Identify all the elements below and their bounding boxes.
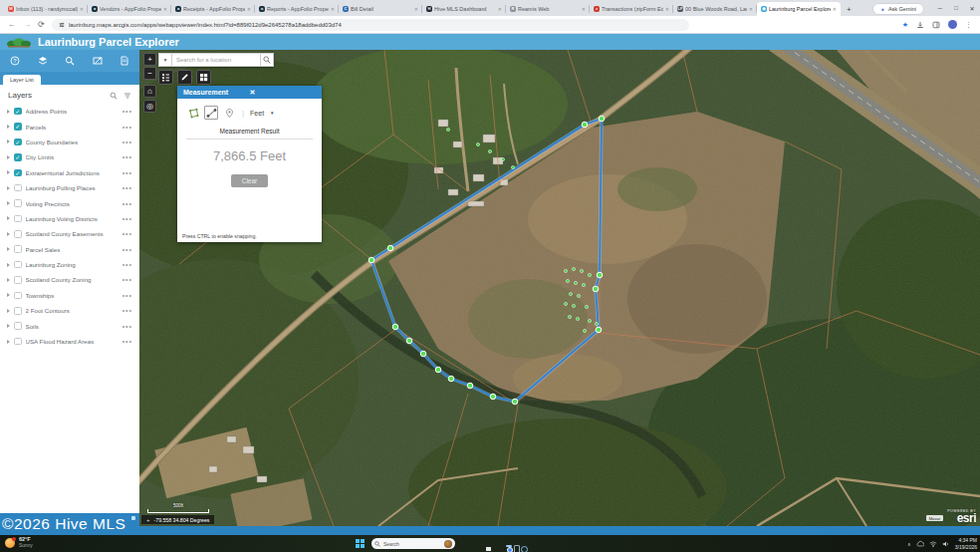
tab-close-icon[interactable]: ✕ [80, 6, 84, 12]
browser-tab[interactable]: C Bill Detail ✕ [339, 2, 422, 16]
browser-tab[interactable]: a Vendors - AppFolio Propert... ✕ [88, 2, 171, 16]
layer-checkbox[interactable]: ✓ [14, 276, 22, 284]
layer-expand-icon[interactable] [7, 170, 10, 174]
layer-expand-icon[interactable] [7, 247, 10, 251]
layer-row[interactable]: ✓ County Boundaries ••• [0, 135, 139, 149]
layer-expand-icon[interactable] [7, 293, 10, 297]
layer-row[interactable]: ✓ Soils ••• [0, 318, 139, 333]
tab-close-icon[interactable]: ✕ [163, 6, 167, 12]
layer-expand-icon[interactable] [7, 216, 10, 220]
locate-button[interactable]: ◎ [143, 100, 156, 113]
layer-search-icon[interactable] [110, 92, 118, 100]
search-icon[interactable] [65, 56, 75, 66]
taskbar-weather[interactable]: 62°F Sunny [5, 536, 33, 549]
layer-expand-icon[interactable] [7, 110, 10, 114]
layer-menu-icon[interactable]: ••• [122, 292, 132, 299]
layer-checkbox[interactable]: ✓ [14, 261, 22, 269]
reload-icon[interactable]: ⟳ [38, 20, 45, 29]
layer-row[interactable]: ✓ Townships ••• [0, 288, 139, 303]
home-button[interactable]: ⌂ [143, 85, 156, 98]
layer-row[interactable]: ✓ Laurinburg Voting Districts ••• [0, 211, 139, 226]
bookmark-star-icon[interactable]: ★ [902, 21, 908, 29]
layer-expand-icon[interactable] [7, 139, 10, 143]
layer-expand-icon[interactable] [7, 186, 10, 190]
layer-menu-icon[interactable]: ••• [122, 307, 132, 314]
layer-checkbox[interactable]: ✓ [14, 322, 22, 330]
back-icon[interactable]: ← [8, 20, 16, 29]
layer-menu-icon[interactable]: ••• [122, 108, 132, 115]
layer-checkbox[interactable]: ✓ [14, 292, 22, 300]
onedrive-cloud-icon[interactable] [916, 540, 924, 548]
start-button[interactable] [356, 539, 365, 548]
layer-checkbox[interactable]: ✓ [14, 138, 22, 146]
map-search-input[interactable] [172, 53, 260, 67]
layer-expand-icon[interactable] [7, 309, 10, 313]
taskbar-clock[interactable]: 4:34 PM 3/19/2026 [955, 537, 977, 550]
layer-row[interactable]: ✓ Voting Precincts ••• [0, 195, 139, 210]
layer-options-icon[interactable] [123, 92, 131, 100]
tray-chevron-icon[interactable]: ∧ [907, 541, 911, 547]
layer-row[interactable]: ✓ Parcel Sales ••• [0, 242, 139, 257]
layer-checkbox[interactable]: ✓ [14, 230, 22, 238]
measure-area-button[interactable] [186, 106, 200, 120]
layer-checkbox[interactable]: ✓ [14, 338, 22, 346]
measurement-close-icon[interactable]: ✕ [250, 89, 317, 97]
tab-close-icon[interactable]: ✕ [498, 6, 502, 12]
tab-close-icon[interactable]: ✕ [331, 6, 335, 12]
layer-row[interactable]: ✓ Parcels ••• [0, 119, 139, 134]
browser-tab[interactable]: H Hive MLS Dashboard ✕ [422, 2, 506, 16]
maximize-button[interactable]: □ [948, 5, 964, 11]
zoom-in-button[interactable]: + [143, 53, 156, 66]
layer-menu-icon[interactable]: ••• [122, 184, 132, 191]
layer-row[interactable]: ✓ Scotland County Zoning ••• [0, 272, 139, 287]
measure-location-button[interactable] [222, 106, 236, 120]
layer-expand-icon[interactable] [7, 201, 10, 205]
search-source-dropdown[interactable]: ▼ [158, 53, 172, 67]
browser-tab[interactable]: a Receipts - AppFolio Propert... ✕ [171, 2, 255, 16]
layer-row[interactable]: ✓ 2 Foot Contours ••• [0, 303, 139, 318]
crosshair-icon[interactable]: + [146, 517, 150, 523]
tab-close-icon[interactable]: ✕ [414, 6, 418, 12]
layer-expand-icon[interactable] [7, 340, 10, 344]
browser-tab[interactable]: R Reamis Web ✕ [506, 2, 590, 16]
download-icon[interactable] [916, 21, 924, 29]
measure-distance-button[interactable] [204, 106, 218, 120]
layer-checkbox[interactable]: ✓ [14, 153, 22, 161]
new-tab-button[interactable]: + [841, 5, 858, 16]
layer-menu-icon[interactable]: ••• [122, 246, 132, 253]
layer-menu-icon[interactable]: ••• [122, 200, 132, 207]
layer-menu-icon[interactable]: ••• [122, 124, 132, 131]
layer-expand-icon[interactable] [7, 155, 10, 159]
url-bar[interactable]: laurinburg.maps.arcgis.com/apps/webappvi… [52, 19, 689, 31]
legend-button[interactable] [158, 70, 173, 85]
tab-close-icon[interactable]: ✕ [665, 6, 669, 12]
report-icon[interactable] [120, 56, 129, 66]
side-panel-icon[interactable] [932, 21, 940, 29]
layer-expand-icon[interactable] [7, 263, 10, 267]
layer-menu-icon[interactable]: ••• [122, 169, 132, 176]
layer-expand-icon[interactable] [7, 125, 10, 129]
volume-icon[interactable] [942, 540, 950, 548]
browser-tab[interactable]: a Reports - AppFolio Propert... ✕ [255, 2, 339, 16]
measurement-titlebar[interactable]: Measurement ✕ [177, 86, 322, 99]
close-button[interactable]: ✕ [964, 5, 980, 12]
basemap-gallery-button[interactable] [196, 70, 211, 85]
layer-checkbox[interactable]: ✓ [14, 215, 22, 223]
wifi-icon[interactable] [929, 540, 937, 548]
layer-expand-icon[interactable] [7, 232, 10, 236]
draw-button[interactable] [177, 70, 192, 85]
layer-menu-icon[interactable]: ••• [122, 230, 132, 237]
layer-menu-icon[interactable]: ••• [122, 261, 132, 268]
tab-close-icon[interactable]: ✕ [582, 6, 586, 12]
browser-tab[interactable]: ◉ Laurinburg Parcel Explorer ✕ [757, 2, 841, 16]
layer-menu-icon[interactable]: ••• [122, 338, 132, 345]
layer-menu-icon[interactable]: ••• [122, 323, 132, 330]
layer-checkbox[interactable]: ✓ [14, 199, 22, 207]
browser-menu-icon[interactable]: ⋮ [965, 21, 972, 29]
layer-row[interactable]: ✓ City Limits ••• [0, 149, 139, 164]
layer-checkbox[interactable]: ✓ [14, 184, 22, 192]
unit-caret-icon[interactable]: ▼ [270, 111, 274, 116]
profile-avatar[interactable] [948, 20, 957, 29]
unit-select[interactable]: Feet [250, 110, 264, 117]
layer-row[interactable]: ✓ USA Flood Hazard Areas ••• [0, 334, 139, 349]
